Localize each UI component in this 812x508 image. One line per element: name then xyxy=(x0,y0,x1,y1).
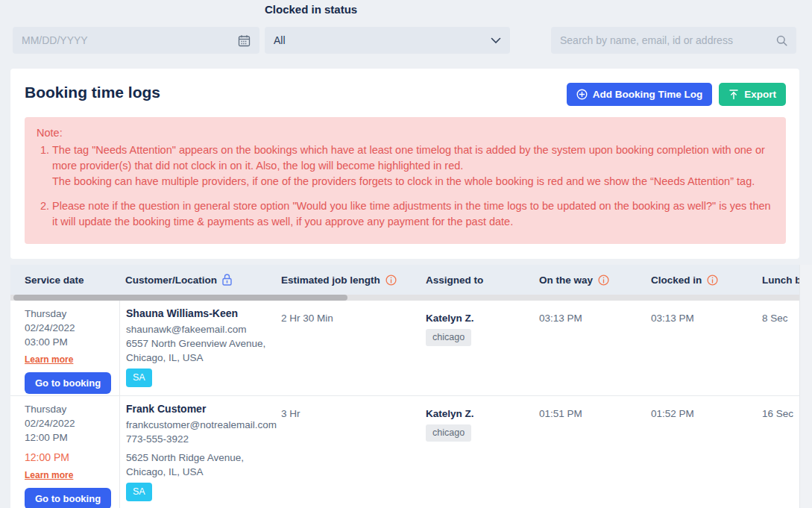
assigned-name: Katelyn Z. xyxy=(426,407,533,421)
note-item-1-line-2: The booking can have multiple providers,… xyxy=(52,174,774,189)
go-to-booking-button[interactable]: Go to booking xyxy=(25,488,111,508)
column-on-the-way: On the way xyxy=(533,275,645,286)
note-item-2: Please note if the question in general s… xyxy=(52,198,774,230)
service-time: 03:00 PM xyxy=(25,335,119,349)
table-row: Thursday 02/24/2022 03:00 PM Learn more … xyxy=(10,301,799,396)
cell-estimated-job-length: 2 Hr 30 Min xyxy=(275,301,420,395)
column-lunch-break: Lunch break xyxy=(756,275,799,286)
customer-email: shaunawk@fakeemail.com xyxy=(126,322,275,336)
cell-customer-location: Shauna Williams-Keen shaunawk@fakeemail.… xyxy=(119,301,275,395)
table-header-row: Service date Customer/Location Estimated… xyxy=(10,265,799,295)
cell-clocked-in: 03:13 PM xyxy=(645,301,756,395)
customer-name: Frank Customer xyxy=(126,402,275,416)
cell-clocked-in: 01:52 PM xyxy=(645,396,756,508)
team-badge: chicago xyxy=(426,329,471,346)
booking-time-logs-card: Booking time logs Add Booking Time Log xyxy=(10,69,799,259)
team-badge: chicago xyxy=(426,424,471,442)
cell-on-the-way: 01:51 PM xyxy=(533,396,645,508)
cell-assigned-to: Katelyn Z. chicago xyxy=(420,396,533,508)
note-item-1-line-1: The tag "Needs Attention" appears on the… xyxy=(52,144,765,172)
horizontal-scrollbar[interactable] xyxy=(10,295,799,301)
add-booking-time-log-button[interactable]: Add Booking Time Log xyxy=(567,83,713,106)
service-date: 02/24/2022 xyxy=(25,416,119,430)
adjusted-time: 12:00 PM xyxy=(25,451,119,465)
service-day: Thursday xyxy=(25,307,119,321)
chevron-down-icon xyxy=(491,37,501,44)
cell-service-date: Thursday 02/24/2022 12:00 PM 12:00 PM Le… xyxy=(10,396,119,508)
cell-on-the-way: 03:13 PM xyxy=(533,301,645,395)
plus-circle-icon xyxy=(576,89,588,100)
customer-address-1: 6557 North Greenview Avenue, xyxy=(126,336,275,351)
customer-address-1: 5625 North Ridge Avenue, xyxy=(126,451,275,465)
learn-more-link[interactable]: Learn more xyxy=(25,353,73,367)
note-heading: Note: xyxy=(37,125,774,141)
customer-name: Shauna Williams-Keen xyxy=(126,307,275,321)
horizontal-scrollbar-thumb[interactable] xyxy=(13,295,347,301)
column-assigned-to: Assigned to xyxy=(420,275,533,286)
info-icon[interactable] xyxy=(598,275,609,286)
sa-badge: SA xyxy=(126,483,152,501)
customer-address-2: Chicago, IL, USA xyxy=(126,465,275,479)
clocked-in-status-label: Clocked in status xyxy=(265,3,357,16)
customer-email: frankcustomer@notrealemail.com xyxy=(126,418,275,432)
cell-estimated-job-length: 3 Hr xyxy=(275,396,420,508)
card-actions: Add Booking Time Log Export xyxy=(567,83,786,106)
cell-lunch-break: 16 Sec xyxy=(756,396,799,508)
note-item-1: The tag "Needs Attention" appears on the… xyxy=(52,142,774,189)
info-icon[interactable] xyxy=(385,275,397,286)
select-value: All xyxy=(274,34,286,46)
go-to-booking-button[interactable]: Go to booking xyxy=(25,372,111,394)
filter-bar: Clocked in status All xyxy=(0,0,812,60)
customer-phone: 773-555-3922 xyxy=(126,432,275,446)
assigned-name: Katelyn Z. xyxy=(426,311,533,325)
table-row: Thursday 02/24/2022 12:00 PM 12:00 PM Le… xyxy=(10,396,799,508)
customer-address-2: Chicago, IL, USA xyxy=(126,351,275,365)
calendar-icon[interactable] xyxy=(238,34,251,47)
note-list: The tag "Needs Attention" appears on the… xyxy=(37,142,774,230)
lock-icon xyxy=(222,274,232,286)
column-estimated-job-length: Estimated job length xyxy=(275,275,420,286)
vertical-scrollbar-track[interactable] xyxy=(799,265,812,508)
service-time: 12:00 PM xyxy=(25,430,119,445)
time-logs-table: Service date Customer/Location Estimated… xyxy=(10,265,799,508)
cell-customer-location: Frank Customer frankcustomer@notrealemai… xyxy=(119,396,275,508)
search-filter[interactable] xyxy=(551,27,796,54)
learn-more-link[interactable]: Learn more xyxy=(25,468,73,483)
page-title: Booking time logs xyxy=(25,84,160,101)
cell-lunch-break: 8 Sec xyxy=(756,301,799,395)
column-clocked-in: Clocked in xyxy=(645,275,756,286)
cell-assigned-to: Katelyn Z. chicago xyxy=(420,301,533,395)
upload-icon xyxy=(728,89,739,100)
column-customer-location: Customer/Location xyxy=(119,274,275,286)
note-box: Note: The tag "Needs Attention" appears … xyxy=(25,117,786,244)
cell-service-date: Thursday 02/24/2022 03:00 PM Learn more … xyxy=(10,301,119,395)
service-date: 02/24/2022 xyxy=(25,321,119,335)
date-input[interactable] xyxy=(22,34,238,46)
add-booking-time-log-label: Add Booking Time Log xyxy=(593,89,703,100)
column-service-date: Service date xyxy=(10,275,119,286)
search-icon[interactable] xyxy=(776,35,787,46)
info-icon[interactable] xyxy=(707,275,718,286)
search-input[interactable] xyxy=(560,34,776,46)
export-button[interactable]: Export xyxy=(719,83,786,106)
sa-badge: SA xyxy=(126,369,152,387)
service-day: Thursday xyxy=(25,402,119,416)
service-date-filter[interactable] xyxy=(13,27,259,54)
clocked-in-status-select[interactable]: All xyxy=(265,27,510,54)
export-label: Export xyxy=(744,89,776,100)
